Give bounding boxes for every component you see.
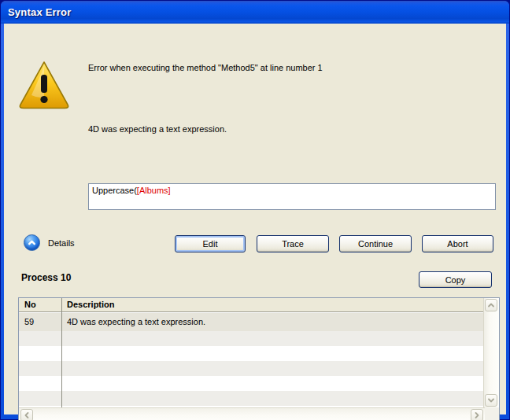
empty-row: [19, 361, 483, 376]
error-list: No Description 59 4D was expecting a tex…: [18, 297, 500, 420]
column-header-description: Description: [67, 300, 115, 309]
trace-button[interactable]: Trace: [257, 235, 329, 252]
copy-button[interactable]: Copy: [419, 271, 492, 288]
empty-row: [19, 331, 483, 346]
expression-error-token: [Albums]: [137, 186, 171, 195]
error-message-line2: 4D was expecting a text expression.: [88, 124, 482, 134]
warning-icon: [17, 59, 71, 111]
window-title: Syntax Error: [8, 6, 71, 18]
column-header-no: No: [24, 300, 36, 309]
details-label: Details: [48, 238, 75, 248]
column-divider: [61, 298, 62, 407]
chevron-up-icon: [27, 238, 37, 248]
vertical-scrollbar[interactable]: [483, 298, 499, 407]
scroll-left-button[interactable]: [20, 409, 33, 420]
horizontal-scrollbar[interactable]: [19, 407, 485, 420]
scroll-right-button[interactable]: [471, 409, 483, 420]
abort-button[interactable]: Abort: [422, 235, 493, 252]
process-title: Process 10: [21, 272, 71, 283]
empty-row: [19, 391, 483, 406]
error-row-description: 4D was expecting a text expression.: [67, 317, 205, 326]
expression-field[interactable]: Uppercase([Albums]: [88, 183, 496, 210]
error-row-number: 59: [24, 317, 34, 326]
chevron-down-icon: [487, 396, 495, 404]
expression-code: Uppercase(: [92, 186, 137, 195]
error-list-header: No Description: [19, 298, 499, 312]
details-toggle-button[interactable]: [24, 234, 40, 251]
empty-row: [19, 346, 483, 361]
dialog-body: Error when executing the method "Method5…: [4, 24, 506, 414]
chevron-right-icon: [473, 411, 481, 419]
continue-button[interactable]: Continue: [339, 235, 412, 252]
chevron-up-icon: [487, 301, 495, 309]
error-message-line1: Error when executing the method "Method5…: [88, 63, 482, 72]
edit-button[interactable]: Edit: [175, 235, 246, 252]
scroll-up-button[interactable]: [485, 299, 497, 311]
chevron-left-icon: [23, 411, 31, 419]
scrollbar-corner: [485, 407, 499, 420]
scroll-down-button[interactable]: [485, 394, 497, 407]
error-row[interactable]: 59 4D was expecting a text expression.: [19, 313, 483, 331]
syntax-error-dialog: Syntax Error Error when executing the me…: [0, 0, 510, 420]
empty-row: [19, 376, 483, 391]
titlebar[interactable]: Syntax Error: [1, 1, 509, 24]
